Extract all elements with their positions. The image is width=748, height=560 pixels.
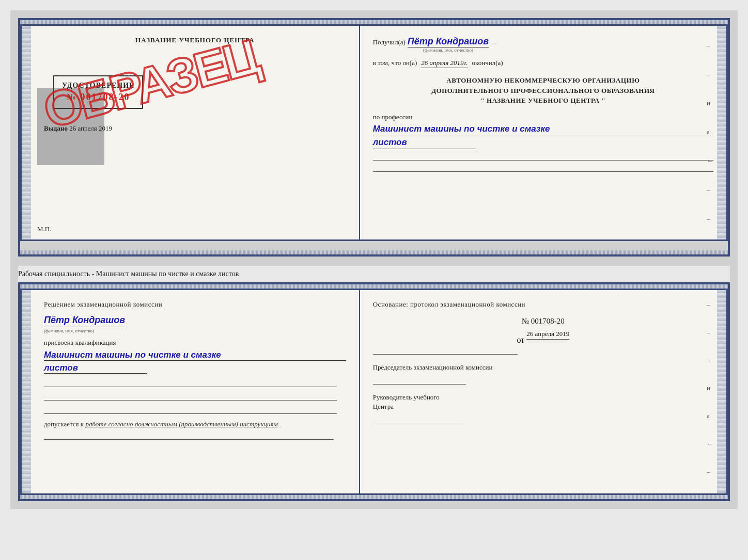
profession-label: по профессии bbox=[373, 113, 713, 121]
received-name: Пётр Кондрашов bbox=[408, 36, 489, 47]
допускается-prefix: допускается к bbox=[44, 420, 84, 428]
protocol-date-line: от 26 апреля 2019 bbox=[373, 330, 713, 350]
cert-issued: Выдано 26 апреля 2019 bbox=[44, 124, 346, 133]
chairman-sign-line bbox=[373, 375, 466, 385]
dash-2: – bbox=[707, 70, 713, 78]
chairman-block: Председатель экзаменационной комиссии bbox=[373, 363, 713, 385]
blank-line-2 bbox=[44, 391, 337, 401]
допускается-block: допускается к работе согласно должностны… bbox=[44, 420, 346, 428]
blank-line-3 bbox=[44, 405, 337, 414]
cert-number: № 001708-20 bbox=[62, 92, 134, 103]
bottom-doc-hline-bottom bbox=[20, 495, 728, 499]
cert-area: УДОСТОВЕРЕНИЕ № 001708-20 bbox=[44, 70, 346, 109]
head-line1: Руководитель учебного bbox=[373, 393, 713, 402]
commission-name-sub: (фамилия, имя, отчество) bbox=[44, 328, 346, 333]
commission-title: Решением экзаменационной комиссии bbox=[44, 300, 346, 309]
dash-b4: – bbox=[707, 468, 713, 476]
dash-b2: – bbox=[707, 328, 713, 337]
bottom-hline-top-doc bbox=[20, 250, 728, 254]
received-dash: – bbox=[493, 38, 496, 46]
qualification-line2: листов bbox=[44, 363, 147, 374]
date-line: в том, что он(а) 26 апреля 2019г. окончи… bbox=[373, 59, 713, 68]
mp-label: М.П. bbox=[37, 225, 51, 233]
bottom-document-body: Решением экзаменационной комиссии Пётр К… bbox=[20, 289, 728, 495]
org-quote2: " bbox=[601, 97, 605, 104]
cert-title: УДОСТОВЕРЕНИЕ bbox=[62, 82, 134, 90]
school-name-top: НАЗВАНИЕ УЧЕБНОГО ЦЕНТРА bbox=[44, 36, 346, 44]
chairman-line1: Председатель экзаменационной комиссии bbox=[373, 363, 493, 371]
dash-4: – bbox=[707, 215, 713, 223]
org-quote1: " bbox=[481, 97, 485, 104]
right-dashes-top: – – и а ← – – – bbox=[707, 41, 713, 239]
top-hline bbox=[20, 20, 728, 24]
top-right-panel: – – и а ← – – – Получил(а) Пётр Кондрашо… bbox=[360, 26, 726, 239]
specialty-label: Рабочая специальность - Машинист машины … bbox=[18, 266, 730, 282]
bottom-left-panel: Решением экзаменационной комиссии Пётр К… bbox=[22, 290, 360, 493]
protocol-date-prefix: от bbox=[517, 335, 525, 345]
org-name-line: " НАЗВАНИЕ УЧЕБНОГО ЦЕНТРА " bbox=[373, 95, 713, 106]
profession-line1: Машинист машины по чистке и смазке bbox=[373, 123, 713, 136]
head-sign-line bbox=[373, 415, 466, 424]
protocol-date-value: 26 апреля 2019 bbox=[526, 330, 569, 340]
cert-box: УДОСТОВЕРЕНИЕ № 001708-20 bbox=[53, 75, 143, 109]
head-title: Руководитель учебного Центра bbox=[373, 393, 713, 411]
profession-line2: листов bbox=[373, 137, 476, 149]
bottom-doc-hline-top bbox=[20, 284, 728, 289]
допускается-text: работе согласно должностным (производств… bbox=[85, 420, 277, 428]
name-subtitle-top: (фамилия, имя, отчество) bbox=[408, 47, 489, 53]
date-value: 26 апреля 2019г. bbox=[421, 59, 467, 68]
finished-label: окончил(а) bbox=[472, 59, 503, 67]
commission-name: Пётр Кондрашов bbox=[44, 315, 125, 327]
org-line2: ДОПОЛНИТЕЛЬНОГО ПРОФЕССИОНАЛЬНОГО ОБРАЗО… bbox=[373, 86, 713, 96]
received-line: Получил(а) Пётр Кондрашов (фамилия, имя,… bbox=[373, 36, 713, 53]
blank-line-1 bbox=[44, 378, 337, 387]
qualification-line1: Машинист машины по чистке и смазке bbox=[44, 350, 346, 361]
issued-label: Выдано bbox=[44, 124, 68, 132]
head-block: Руководитель учебного Центра bbox=[373, 393, 713, 424]
dash-ba: а bbox=[707, 412, 713, 420]
osnovaniye-label: Основание: протокол экзаменационной коми… bbox=[373, 300, 713, 309]
org-block: АВТОНОМНУЮ НЕКОММЕРЧЕСКУЮ ОРГАНИЗАЦИЮ ДО… bbox=[373, 75, 713, 106]
bottom-right-panel: – – – и а ← – – – Основание: протокол эк… bbox=[360, 290, 726, 493]
issued-date: 26 апреля 2019 bbox=[69, 124, 112, 132]
page-container: НАЗВАНИЕ УЧЕБНОГО ЦЕНТРА ОБРАЗЕЦ УДОСТОВ… bbox=[10, 10, 738, 509]
dash-3: – bbox=[707, 186, 713, 194]
top-left-panel: НАЗВАНИЕ УЧЕБНОГО ЦЕНТРА ОБРАЗЕЦ УДОСТОВ… bbox=[22, 26, 360, 239]
dash-bi: и bbox=[707, 384, 713, 392]
date-prefix: в том, что он(а) bbox=[373, 59, 417, 67]
dash-b3: – bbox=[707, 356, 713, 364]
dash-i: и bbox=[707, 99, 713, 107]
dash-b1: – bbox=[707, 300, 713, 309]
profession-block: по профессии Машинист машины по чистке и… bbox=[373, 113, 713, 172]
dash-arrow: ← bbox=[707, 157, 713, 165]
qualification-label: присвоена квалификация bbox=[44, 339, 346, 347]
protocol-number: № 001708-20 bbox=[373, 317, 713, 326]
top-document-body: НАЗВАНИЕ УЧЕБНОГО ЦЕНТРА ОБРАЗЕЦ УДОСТОВ… bbox=[20, 24, 728, 241]
org-line1: АВТОНОМНУЮ НЕКОММЕРЧЕСКУЮ ОРГАНИЗАЦИЮ bbox=[373, 75, 713, 86]
chairman-title: Председатель экзаменационной комиссии bbox=[373, 363, 713, 372]
bottom-document: Решением экзаменационной комиссии Пётр К… bbox=[18, 282, 730, 501]
org-name: НАЗВАНИЕ УЧЕБНОГО ЦЕНТРА bbox=[487, 97, 600, 104]
dash-a: а bbox=[707, 128, 713, 136]
received-label: Получил(а) bbox=[373, 38, 406, 46]
dash-1: – bbox=[707, 41, 713, 50]
dash-barrow: ← bbox=[707, 440, 713, 448]
top-document: НАЗВАНИЕ УЧЕБНОГО ЦЕНТРА ОБРАЗЕЦ УДОСТОВ… bbox=[18, 18, 730, 257]
head-line2: Центра bbox=[373, 402, 713, 411]
right-dashes-bottom: – – – и а ← – – – bbox=[707, 300, 713, 493]
